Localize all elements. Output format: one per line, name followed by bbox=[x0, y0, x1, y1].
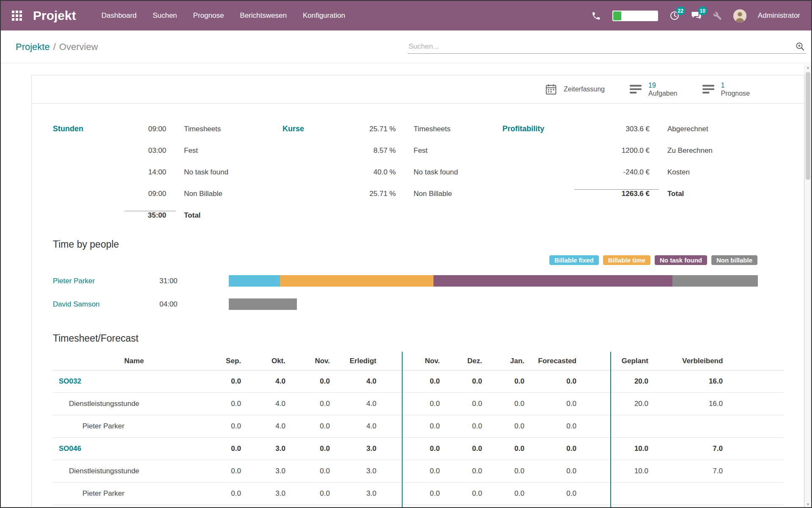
divider-forecast-geplant bbox=[610, 352, 611, 508]
person-link[interactable]: Pieter Parker bbox=[53, 277, 159, 285]
table-row: Dienstleistungsstunde0.03.00.03.00.00.00… bbox=[53, 460, 784, 483]
table-row: Pieter Parker0.04.00.04.00.00.00.00.0 bbox=[53, 415, 784, 438]
nav-item-suchen[interactable]: Suchen bbox=[153, 11, 177, 20]
stat-row: 1200.0 €Zu Berechnen bbox=[574, 140, 713, 161]
column-header: Erledigt bbox=[343, 357, 402, 365]
cell-value: 0.0 bbox=[298, 467, 343, 475]
stat-label: Non Billable bbox=[414, 190, 452, 198]
breadcrumb-separator: / bbox=[53, 41, 56, 52]
people-row: Pieter Parker31:00 bbox=[32, 269, 804, 293]
column-header: Verbleibend bbox=[682, 357, 757, 365]
cell-value: 0.0 bbox=[453, 489, 495, 498]
person-link[interactable]: David Samson bbox=[53, 300, 159, 309]
column-header: Dez. bbox=[453, 357, 495, 365]
zeiterfassung-label: Zeiterfassung bbox=[564, 85, 605, 93]
stat-group-title: Kurse bbox=[283, 118, 354, 140]
app-title[interactable]: Projekt bbox=[33, 8, 76, 23]
column-header: Sep. bbox=[209, 357, 254, 365]
stat-value: 303.6 € bbox=[574, 125, 659, 133]
legend-badge: Billable fixed bbox=[549, 255, 599, 265]
stats-summary: Stunden09:00Timesheets03:00Fest14:00No t… bbox=[32, 104, 804, 226]
stat-label: Timesheets bbox=[414, 125, 450, 133]
stat-label: No task found bbox=[184, 168, 228, 177]
cell-value: 7.0 bbox=[682, 444, 757, 453]
person-bar-area bbox=[229, 275, 758, 287]
messages-counter-badge: 10 bbox=[698, 6, 707, 15]
cell-value: 0.0 bbox=[402, 377, 453, 386]
timesheet-forecast-table: NameSep.Okt.Nov.ErledigtNov.Dez.Jan.Fore… bbox=[53, 352, 784, 505]
stat-value: -240.0 € bbox=[574, 168, 659, 177]
cell-value: 0.0 bbox=[495, 467, 537, 475]
cell-value: 10.0 bbox=[610, 444, 682, 453]
cell-value: 0.0 bbox=[495, 444, 537, 453]
stat-total-row: 35:00Total bbox=[125, 204, 228, 226]
breadcrumb-projekte-link[interactable]: Projekte bbox=[16, 41, 50, 52]
column-header: Geplant bbox=[610, 357, 682, 365]
zoom-search-icon[interactable] bbox=[795, 41, 805, 52]
nav-item-dashboard[interactable]: Dashboard bbox=[102, 11, 137, 20]
table-header-row: NameSep.Okt.Nov.ErledigtNov.Dez.Jan.Fore… bbox=[53, 352, 784, 370]
user-menu[interactable] bbox=[733, 9, 746, 22]
prognose-button[interactable]: 1Prognose bbox=[702, 81, 750, 98]
cell-value: 0.0 bbox=[402, 467, 453, 475]
stacked-bar bbox=[229, 298, 297, 310]
scroll-thumb[interactable] bbox=[806, 72, 810, 180]
app-window: Projekt Dashboard Suchen Prognose Berich… bbox=[0, 0, 812, 508]
cell-value: 0.0 bbox=[298, 489, 343, 498]
cell-value: 4.0 bbox=[254, 377, 298, 386]
main-menu: Dashboard Suchen Prognose Berichtswesen … bbox=[102, 11, 345, 20]
control-panel: Projekte/Overview bbox=[1, 30, 811, 64]
stat-total-label: Total bbox=[184, 211, 200, 220]
timesheet-forecast-title: Timesheet/Forecast bbox=[32, 333, 804, 344]
phone-button[interactable] bbox=[591, 11, 601, 21]
vertical-scrollbar[interactable]: ▲ ▼ bbox=[804, 64, 811, 507]
column-header: Jan. bbox=[495, 357, 537, 365]
scroll-up-arrow[interactable]: ▲ bbox=[805, 64, 811, 70]
user-avatar bbox=[733, 9, 746, 22]
nav-item-konfiguration[interactable]: Konfiguration bbox=[303, 11, 345, 20]
activities-button[interactable]: 22 bbox=[669, 11, 680, 21]
stat-row: 303.6 €Abgerechnet bbox=[574, 118, 713, 140]
tools-button[interactable] bbox=[713, 11, 722, 20]
apps-grid-icon bbox=[12, 11, 22, 21]
cell-value: 4.0 bbox=[254, 400, 298, 408]
stat-rows: 303.6 €Abgerechnet1200.0 €Zu Berechnen-2… bbox=[574, 118, 713, 226]
bar-segment-non-billable bbox=[672, 275, 758, 287]
prognose-label: Prognose bbox=[721, 90, 750, 97]
bar-segment-no-task-found bbox=[433, 275, 672, 287]
nav-item-prognose[interactable]: Prognose bbox=[193, 11, 224, 20]
cell-value: 0.0 bbox=[453, 377, 495, 386]
wrench-icon bbox=[713, 11, 722, 20]
zeiterfassung-button[interactable]: Zeiterfassung bbox=[545, 83, 605, 96]
aufgaben-button[interactable]: 19Aufgaben bbox=[629, 81, 678, 98]
messages-button[interactable]: 10 bbox=[691, 11, 702, 21]
search-input[interactable] bbox=[408, 40, 806, 54]
order-link[interactable]: SO046 bbox=[53, 444, 209, 453]
apps-menu-button[interactable] bbox=[1, 1, 33, 30]
cell-value: 7.0 bbox=[682, 467, 757, 475]
navbar-systray: 22 10 Administrator bbox=[591, 9, 800, 22]
user-name[interactable]: Administrator bbox=[758, 11, 800, 20]
cell-value: 0.0 bbox=[453, 467, 495, 475]
scroll-down-arrow[interactable]: ▼ bbox=[805, 501, 811, 507]
order-link[interactable]: SO032 bbox=[53, 377, 209, 386]
nav-item-berichtswesen[interactable]: Berichtswesen bbox=[240, 11, 287, 20]
cell-value: 4.0 bbox=[343, 400, 402, 408]
stat-group: Kurse25.71 %Timesheets8.57 %Fest40.0 %No… bbox=[283, 118, 502, 226]
bar-segment-billable-time bbox=[280, 275, 433, 287]
cell-value: 0.0 bbox=[537, 489, 610, 498]
cell-value: 0.0 bbox=[298, 400, 343, 408]
prognose-count: 1 bbox=[721, 82, 725, 89]
stat-total-value: 35:00 bbox=[125, 211, 176, 220]
stat-row: 40.0 %No task found bbox=[354, 161, 458, 183]
cell-value: 0.0 bbox=[298, 377, 343, 386]
cell-value: 16.0 bbox=[682, 377, 757, 386]
cell-value: 0.0 bbox=[402, 400, 453, 408]
cell-value: 0.0 bbox=[209, 422, 254, 431]
stacked-bar bbox=[229, 275, 758, 287]
timer-widget[interactable] bbox=[612, 11, 658, 21]
cell-value: 3.0 bbox=[343, 444, 402, 453]
stat-value: 8.57 % bbox=[354, 146, 405, 155]
cell-value: 3.0 bbox=[254, 489, 298, 498]
stat-rows: 25.71 %Timesheets8.57 %Fest40.0 %No task… bbox=[354, 118, 458, 226]
